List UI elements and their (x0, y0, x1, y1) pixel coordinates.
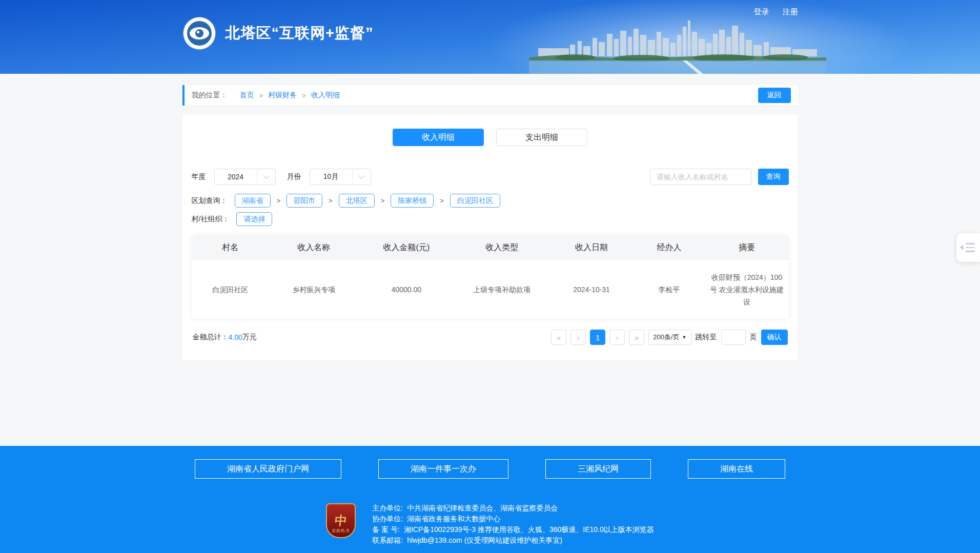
year-select[interactable]: 2024 (214, 169, 276, 185)
search-input[interactable] (650, 169, 751, 185)
region-chip-town[interactable]: 陈家桥镇 (391, 194, 434, 208)
org-select-chip[interactable]: 请选择 (236, 212, 272, 226)
cell-village: 白泥田社区 (192, 283, 269, 296)
org-filter-row: 村/社组织： 请选择 (192, 212, 789, 226)
footer-link-one-thing[interactable]: 湖南一件事一次办 (378, 459, 508, 479)
region-separator: > (381, 197, 385, 204)
login-link[interactable]: 登录 (754, 7, 769, 17)
header-cell-date: 收入日期 (549, 242, 633, 253)
footer-info: 中 党政机关 主办单位:中共湖南省纪律检查委员会、湖南省监察委员会 协办单位:湖… (0, 503, 980, 545)
breadcrumb: 我的位置： 首页 > 村级财务 > 收入明细 返回 (182, 85, 798, 106)
side-panel-toggle[interactable] (956, 233, 980, 262)
cell-handler: 李检平 (634, 283, 705, 296)
cell-summary: 收邵财预（2024）100号 农业灌溉水利设施建设 (705, 271, 788, 308)
total-unit: 万元 (242, 333, 257, 342)
site-title: 北塔区“互联网+监督” (226, 23, 374, 44)
year-select-value: 2024 (215, 173, 257, 181)
month-select-value: 10月 (310, 172, 352, 181)
tab-income-detail[interactable]: 收入明细 (393, 129, 484, 146)
back-button[interactable]: 返回 (758, 88, 791, 103)
breadcrumb-link-home[interactable]: 首页 (240, 91, 254, 100)
footer-info-lines: 主办单位:中共湖南省纪律检查委员会、湖南省监察委员会 协办单位:湖南省政务服务和… (372, 503, 654, 545)
page-next-button[interactable]: › (609, 330, 625, 345)
table-row: 白泥田社区 乡村振兴专项 40000.00 上级专项补助款项 2024-10-3… (192, 260, 789, 319)
region-filter-row: 区划查询： 湖南省 > 邵阳市 > 北塔区 > 陈家桥镇 > 白泥田社区 (192, 194, 789, 208)
badge-label: 党政机关 (332, 528, 350, 534)
tab-expense-detail[interactable]: 支出明细 (496, 129, 587, 146)
chevron-down-icon (352, 169, 371, 185)
gov-badge: 中 党政机关 (326, 503, 356, 538)
year-label: 年度 (192, 172, 206, 181)
breadcrumb-current: 收入明细 (311, 91, 340, 100)
page-prev-button[interactable]: ‹ (570, 330, 586, 345)
menu-icon (966, 243, 975, 252)
main-panel: 收入明细 支出明细 年度 2024 月份 10月 查询 区划查询： 湖南省 > … (182, 114, 798, 360)
footer-link-hunan-gov[interactable]: 湖南省人民政府门户网 (195, 459, 341, 479)
footer-links: 湖南省人民政府门户网 湖南一件事一次办 三湘风纪网 湖南在线 (0, 446, 980, 479)
cell-amount: 40000.00 (359, 283, 454, 296)
info-line-cohost: 协办单位:湖南省政务服务和大数据中心 (372, 514, 654, 524)
register-link[interactable]: 注册 (783, 7, 798, 17)
org-filter-label: 村/社组织： (192, 215, 230, 224)
info-line-contact: 联系邮箱:hlwjdb@139.com (仅受理网站建设维护相关事宜) (372, 536, 654, 545)
page-number-button[interactable]: 1 (590, 330, 605, 345)
region-chip-city[interactable]: 邵阳市 (287, 194, 322, 208)
income-table: 村名 收入名称 收入金额(元) 收入类型 收入日期 经办人 摘要 白泥田社区 乡… (192, 235, 789, 319)
breadcrumb-link-village-finance[interactable]: 村级财务 (268, 91, 297, 100)
month-label: 月份 (287, 172, 301, 181)
cell-income-name: 乡村振兴专项 (269, 283, 359, 296)
chevron-down-icon (257, 169, 275, 185)
tabs: 收入明细 支出明细 (192, 129, 789, 146)
region-chip-province[interactable]: 湖南省 (235, 194, 271, 208)
page-last-button[interactable]: » (629, 330, 644, 345)
region-chip-community[interactable]: 白泥田社区 (450, 194, 500, 208)
filter-row: 年度 2024 月份 10月 查询 (192, 169, 789, 185)
brand: 北塔区“互联网+监督” (0, 17, 980, 49)
eye-icon (187, 21, 212, 46)
pagination: « ‹ 1 › » 200条/页 ▼ 跳转至 页 确认 (551, 330, 787, 345)
header-cell-income-type: 收入类型 (454, 242, 549, 253)
page-first-button[interactable]: « (551, 330, 566, 345)
auth-links: 登录 注册 (0, 7, 980, 17)
summary-bar: 金额总计： 4.00 万元 « ‹ 1 › » 200条/页 ▼ 跳转至 页 确… (192, 330, 789, 345)
breadcrumb-label: 我的位置： (192, 91, 228, 100)
header-cell-summary: 摘要 (705, 242, 788, 253)
total-label: 金额总计： (193, 333, 229, 342)
jump-page-input[interactable] (721, 330, 746, 345)
dropdown-arrow-icon: ▼ (682, 335, 687, 340)
footer-link-sanxiang[interactable]: 三湘风纪网 (545, 459, 651, 479)
footer-link-hunan-online[interactable]: 湖南在线 (688, 459, 785, 479)
jump-label: 跳转至 (696, 333, 717, 342)
site-header: 登录 注册 北塔区“互联网+监督” (0, 0, 980, 74)
confirm-button[interactable]: 确认 (761, 330, 788, 345)
search-button[interactable]: 查询 (758, 169, 789, 185)
month-select[interactable]: 10月 (310, 169, 371, 185)
badge-emblem-icon: 中 (334, 515, 348, 527)
region-chip-district[interactable]: 北塔区 (339, 194, 375, 208)
collapse-arrow-icon (960, 245, 963, 250)
header-cell-income-name: 收入名称 (269, 242, 359, 253)
breadcrumb-separator: > (302, 92, 306, 99)
page-size-value: 200条/页 (653, 333, 679, 342)
header-cell-handler: 经办人 (634, 242, 705, 253)
region-separator: > (329, 197, 333, 204)
region-filter-label: 区划查询： (192, 196, 228, 206)
region-separator: > (277, 197, 281, 204)
info-line-host: 主办单位:中共湖南省纪律检查委员会、湖南省监察委员会 (372, 503, 654, 513)
header-cell-village: 村名 (192, 242, 269, 253)
page-unit-label: 页 (750, 333, 757, 342)
info-line-icp: 备 案 号:湘ICP备10022939号-3 推荐使用谷歌、火狐、360极速、I… (372, 525, 654, 535)
site-logo (183, 17, 215, 49)
breadcrumb-separator: > (259, 92, 263, 99)
total-value: 4.00 (229, 333, 242, 341)
footer: 湖南省人民政府门户网 湖南一件事一次办 三湘风纪网 湖南在线 中 党政机关 主办… (0, 446, 980, 553)
cell-income-type: 上级专项补助款项 (454, 283, 549, 296)
table-header: 村名 收入名称 收入金额(元) 收入类型 收入日期 经办人 摘要 (192, 235, 789, 260)
page-size-select[interactable]: 200条/页 ▼ (648, 330, 691, 345)
cell-date: 2024-10-31 (549, 283, 633, 296)
breadcrumb-accent (182, 85, 185, 106)
header-cell-amount: 收入金额(元) (359, 242, 454, 253)
region-separator: > (440, 197, 444, 204)
